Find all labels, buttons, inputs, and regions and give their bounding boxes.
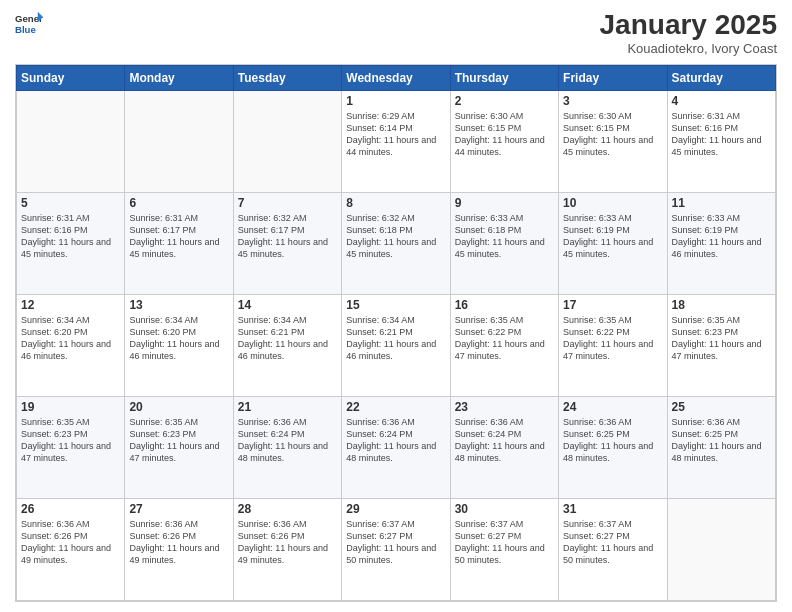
day-number: 11 — [672, 196, 771, 210]
calendar-cell: 9Sunrise: 6:33 AM Sunset: 6:18 PM Daylig… — [450, 192, 558, 294]
day-number: 10 — [563, 196, 662, 210]
day-info: Sunrise: 6:32 AM Sunset: 6:17 PM Dayligh… — [238, 212, 337, 261]
day-info: Sunrise: 6:36 AM Sunset: 6:24 PM Dayligh… — [346, 416, 445, 465]
calendar-cell: 10Sunrise: 6:33 AM Sunset: 6:19 PM Dayli… — [559, 192, 667, 294]
day-info: Sunrise: 6:34 AM Sunset: 6:21 PM Dayligh… — [346, 314, 445, 363]
day-number: 28 — [238, 502, 337, 516]
day-number: 13 — [129, 298, 228, 312]
weekday-header: Sunday — [17, 65, 125, 90]
day-number: 19 — [21, 400, 120, 414]
calendar-cell: 20Sunrise: 6:35 AM Sunset: 6:23 PM Dayli… — [125, 396, 233, 498]
calendar-cell: 5Sunrise: 6:31 AM Sunset: 6:16 PM Daylig… — [17, 192, 125, 294]
day-number: 1 — [346, 94, 445, 108]
page: General Blue January 2025 Kouadiotekro, … — [0, 0, 792, 612]
calendar-cell: 31Sunrise: 6:37 AM Sunset: 6:27 PM Dayli… — [559, 498, 667, 600]
calendar: SundayMondayTuesdayWednesdayThursdayFrid… — [15, 64, 777, 602]
day-info: Sunrise: 6:37 AM Sunset: 6:27 PM Dayligh… — [455, 518, 554, 567]
calendar-cell: 19Sunrise: 6:35 AM Sunset: 6:23 PM Dayli… — [17, 396, 125, 498]
day-info: Sunrise: 6:33 AM Sunset: 6:18 PM Dayligh… — [455, 212, 554, 261]
day-info: Sunrise: 6:36 AM Sunset: 6:24 PM Dayligh… — [238, 416, 337, 465]
day-info: Sunrise: 6:30 AM Sunset: 6:15 PM Dayligh… — [455, 110, 554, 159]
day-number: 4 — [672, 94, 771, 108]
day-info: Sunrise: 6:36 AM Sunset: 6:26 PM Dayligh… — [238, 518, 337, 567]
day-info: Sunrise: 6:34 AM Sunset: 6:20 PM Dayligh… — [21, 314, 120, 363]
day-number: 21 — [238, 400, 337, 414]
day-number: 14 — [238, 298, 337, 312]
day-info: Sunrise: 6:36 AM Sunset: 6:25 PM Dayligh… — [563, 416, 662, 465]
calendar-week-row: 26Sunrise: 6:36 AM Sunset: 6:26 PM Dayli… — [17, 498, 776, 600]
day-number: 30 — [455, 502, 554, 516]
calendar-cell: 6Sunrise: 6:31 AM Sunset: 6:17 PM Daylig… — [125, 192, 233, 294]
calendar-cell: 12Sunrise: 6:34 AM Sunset: 6:20 PM Dayli… — [17, 294, 125, 396]
title-block: January 2025 Kouadiotekro, Ivory Coast — [600, 10, 777, 56]
day-info: Sunrise: 6:35 AM Sunset: 6:23 PM Dayligh… — [672, 314, 771, 363]
day-number: 31 — [563, 502, 662, 516]
day-info: Sunrise: 6:30 AM Sunset: 6:15 PM Dayligh… — [563, 110, 662, 159]
day-info: Sunrise: 6:35 AM Sunset: 6:22 PM Dayligh… — [455, 314, 554, 363]
weekday-header: Friday — [559, 65, 667, 90]
day-info: Sunrise: 6:32 AM Sunset: 6:18 PM Dayligh… — [346, 212, 445, 261]
calendar-cell: 16Sunrise: 6:35 AM Sunset: 6:22 PM Dayli… — [450, 294, 558, 396]
day-number: 24 — [563, 400, 662, 414]
calendar-cell: 29Sunrise: 6:37 AM Sunset: 6:27 PM Dayli… — [342, 498, 450, 600]
day-info: Sunrise: 6:33 AM Sunset: 6:19 PM Dayligh… — [672, 212, 771, 261]
calendar-cell: 21Sunrise: 6:36 AM Sunset: 6:24 PM Dayli… — [233, 396, 341, 498]
calendar-cell: 8Sunrise: 6:32 AM Sunset: 6:18 PM Daylig… — [342, 192, 450, 294]
calendar-cell: 2Sunrise: 6:30 AM Sunset: 6:15 PM Daylig… — [450, 90, 558, 192]
day-info: Sunrise: 6:29 AM Sunset: 6:14 PM Dayligh… — [346, 110, 445, 159]
weekday-header: Saturday — [667, 65, 775, 90]
day-info: Sunrise: 6:36 AM Sunset: 6:26 PM Dayligh… — [129, 518, 228, 567]
day-info: Sunrise: 6:34 AM Sunset: 6:21 PM Dayligh… — [238, 314, 337, 363]
calendar-cell: 30Sunrise: 6:37 AM Sunset: 6:27 PM Dayli… — [450, 498, 558, 600]
weekday-row: SundayMondayTuesdayWednesdayThursdayFrid… — [17, 65, 776, 90]
day-info: Sunrise: 6:33 AM Sunset: 6:19 PM Dayligh… — [563, 212, 662, 261]
calendar-cell: 18Sunrise: 6:35 AM Sunset: 6:23 PM Dayli… — [667, 294, 775, 396]
day-number: 7 — [238, 196, 337, 210]
day-number: 20 — [129, 400, 228, 414]
calendar-cell: 11Sunrise: 6:33 AM Sunset: 6:19 PM Dayli… — [667, 192, 775, 294]
day-info: Sunrise: 6:36 AM Sunset: 6:26 PM Dayligh… — [21, 518, 120, 567]
svg-text:Blue: Blue — [15, 24, 36, 35]
day-info: Sunrise: 6:31 AM Sunset: 6:16 PM Dayligh… — [21, 212, 120, 261]
day-number: 12 — [21, 298, 120, 312]
day-info: Sunrise: 6:37 AM Sunset: 6:27 PM Dayligh… — [346, 518, 445, 567]
day-number: 26 — [21, 502, 120, 516]
day-info: Sunrise: 6:36 AM Sunset: 6:25 PM Dayligh… — [672, 416, 771, 465]
day-number: 23 — [455, 400, 554, 414]
month-title: January 2025 — [600, 10, 777, 41]
calendar-cell: 25Sunrise: 6:36 AM Sunset: 6:25 PM Dayli… — [667, 396, 775, 498]
calendar-cell: 1Sunrise: 6:29 AM Sunset: 6:14 PM Daylig… — [342, 90, 450, 192]
calendar-cell — [667, 498, 775, 600]
logo-icon: General Blue — [15, 10, 43, 38]
calendar-cell: 28Sunrise: 6:36 AM Sunset: 6:26 PM Dayli… — [233, 498, 341, 600]
logo: General Blue — [15, 10, 43, 38]
calendar-cell — [125, 90, 233, 192]
day-number: 25 — [672, 400, 771, 414]
calendar-cell: 24Sunrise: 6:36 AM Sunset: 6:25 PM Dayli… — [559, 396, 667, 498]
calendar-cell: 14Sunrise: 6:34 AM Sunset: 6:21 PM Dayli… — [233, 294, 341, 396]
weekday-header: Tuesday — [233, 65, 341, 90]
calendar-cell: 13Sunrise: 6:34 AM Sunset: 6:20 PM Dayli… — [125, 294, 233, 396]
weekday-header: Thursday — [450, 65, 558, 90]
calendar-week-row: 12Sunrise: 6:34 AM Sunset: 6:20 PM Dayli… — [17, 294, 776, 396]
calendar-cell: 26Sunrise: 6:36 AM Sunset: 6:26 PM Dayli… — [17, 498, 125, 600]
day-number: 8 — [346, 196, 445, 210]
day-number: 29 — [346, 502, 445, 516]
calendar-cell: 23Sunrise: 6:36 AM Sunset: 6:24 PM Dayli… — [450, 396, 558, 498]
calendar-cell — [233, 90, 341, 192]
day-info: Sunrise: 6:31 AM Sunset: 6:17 PM Dayligh… — [129, 212, 228, 261]
weekday-header: Wednesday — [342, 65, 450, 90]
header: General Blue January 2025 Kouadiotekro, … — [15, 10, 777, 56]
day-info: Sunrise: 6:35 AM Sunset: 6:23 PM Dayligh… — [21, 416, 120, 465]
day-number: 6 — [129, 196, 228, 210]
day-number: 15 — [346, 298, 445, 312]
calendar-cell: 15Sunrise: 6:34 AM Sunset: 6:21 PM Dayli… — [342, 294, 450, 396]
day-number: 18 — [672, 298, 771, 312]
day-number: 16 — [455, 298, 554, 312]
calendar-cell: 7Sunrise: 6:32 AM Sunset: 6:17 PM Daylig… — [233, 192, 341, 294]
day-info: Sunrise: 6:36 AM Sunset: 6:24 PM Dayligh… — [455, 416, 554, 465]
day-number: 2 — [455, 94, 554, 108]
calendar-cell — [17, 90, 125, 192]
calendar-table: SundayMondayTuesdayWednesdayThursdayFrid… — [16, 65, 776, 601]
calendar-week-row: 1Sunrise: 6:29 AM Sunset: 6:14 PM Daylig… — [17, 90, 776, 192]
